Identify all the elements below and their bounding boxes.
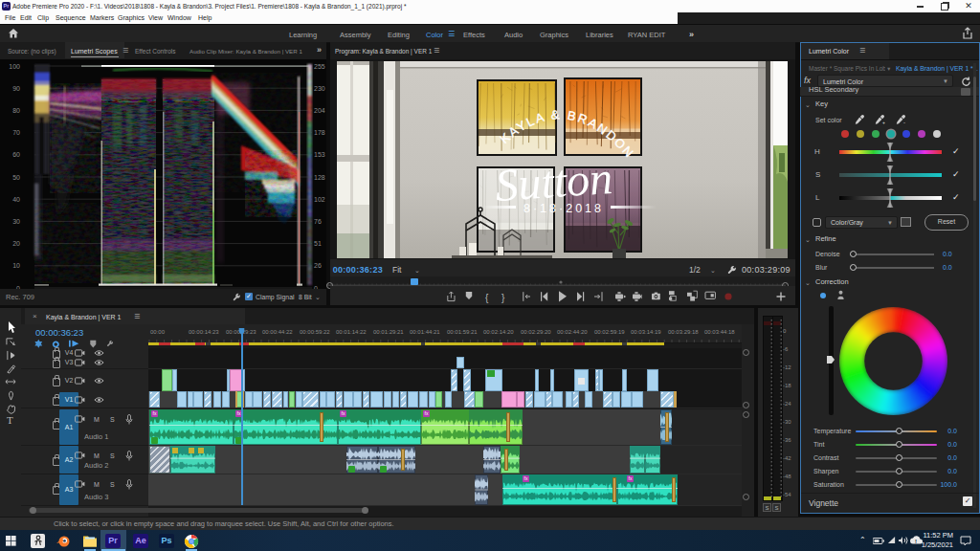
svg-text:!: !: [915, 539, 917, 544]
